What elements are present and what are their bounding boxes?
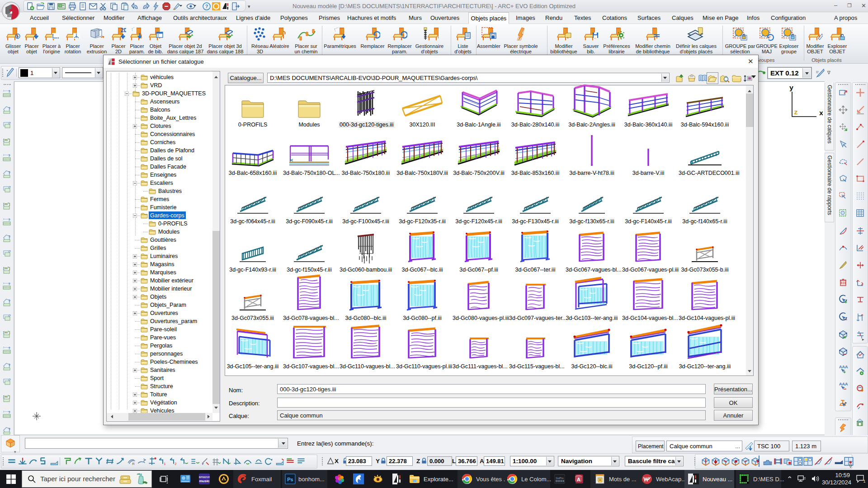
svg-text:?: ? xyxy=(9,249,11,253)
svg-text:R: R xyxy=(132,462,135,466)
svg-text:z: z xyxy=(794,109,798,117)
svg-text:?: ? xyxy=(8,106,10,110)
svg-text:?: ? xyxy=(8,282,10,286)
svg-text:GoPro: GoPro xyxy=(556,477,564,479)
svg-text:music: music xyxy=(199,479,210,483)
svg-text:?: ? xyxy=(8,154,10,158)
svg-text:1: 1 xyxy=(164,462,165,466)
svg-text:?: ? xyxy=(8,427,10,431)
svg-text:?: ? xyxy=(8,218,10,222)
svg-text:?: ? xyxy=(9,185,11,189)
svg-text:?: ? xyxy=(8,346,10,350)
svg-text:?: ? xyxy=(8,170,10,174)
svg-text:[m²]: [m²] xyxy=(3,394,10,399)
svg-text:2D: 2D xyxy=(121,27,126,33)
svg-text:Ps: Ps xyxy=(287,477,293,482)
svg-text:x: x xyxy=(819,110,823,117)
svg-text:?: ? xyxy=(8,235,10,239)
svg-text:[m²]: [m²] xyxy=(3,138,10,142)
svg-text:?: ? xyxy=(8,410,10,414)
svg-text:?: ? xyxy=(9,314,11,318)
svg-text:[m²]: [m²] xyxy=(3,202,10,206)
svg-text:1: 1 xyxy=(863,479,865,483)
svg-text:2: 2 xyxy=(175,462,176,466)
svg-text:[m²]: [m²] xyxy=(3,266,10,270)
svg-text:y: y xyxy=(789,84,793,92)
svg-text:AAA: AAA xyxy=(839,365,848,369)
svg-text:amazon: amazon xyxy=(199,475,210,479)
svg-text:?: ? xyxy=(9,378,11,382)
svg-text:[m²]: [m²] xyxy=(3,330,10,334)
svg-text:A: A xyxy=(577,477,580,482)
svg-text:?: ? xyxy=(8,89,10,94)
svg-text:?: ? xyxy=(9,121,11,125)
svg-text:AAA: AAA xyxy=(839,382,848,386)
svg-text:?: ? xyxy=(8,363,10,367)
svg-text:?: ? xyxy=(205,4,208,9)
svg-text:?: ? xyxy=(8,299,10,303)
